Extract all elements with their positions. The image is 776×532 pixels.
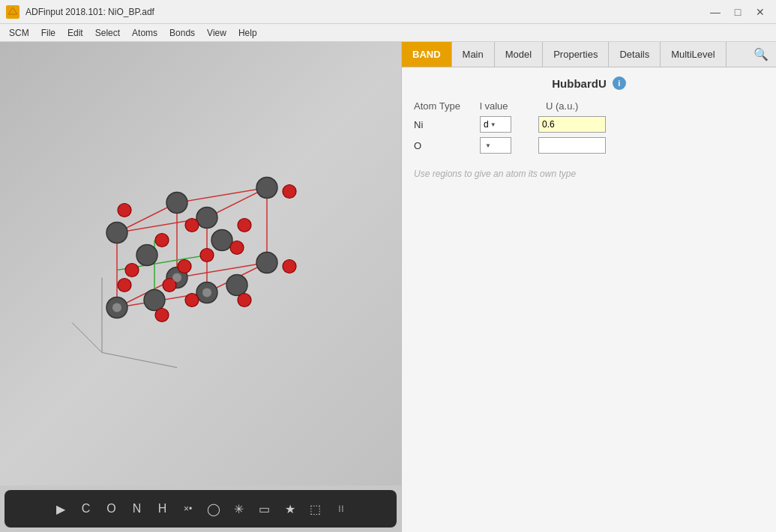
menubar: SCM File Edit Select Atoms Bonds View He… — [0, 24, 776, 42]
molecule-svg — [57, 143, 297, 383]
svg-point-33 — [185, 219, 199, 232]
svg-point-26 — [118, 279, 131, 292]
tool-rect[interactable]: ▭ — [253, 495, 277, 522]
menu-atoms[interactable]: Atoms — [126, 26, 163, 40]
svg-point-15 — [256, 253, 277, 273]
hint-text: Use regions to give an atom its own type — [414, 169, 764, 179]
svg-point-41 — [202, 288, 211, 297]
menu-bonds[interactable]: Bonds — [163, 26, 201, 40]
lvalue-value-ni: d — [484, 119, 489, 130]
header-atomtype: Atom Type — [414, 100, 474, 112]
right-panel: BAND Main Model Properties Details Multi… — [401, 42, 776, 532]
bottom-toolbar: ▶ C O N H ×• ◯ ✳ ▭ ★ ⬚ ⁞⁞ — [4, 490, 397, 528]
menu-select[interactable]: Select — [89, 26, 126, 40]
svg-point-24 — [155, 309, 169, 322]
svg-point-30 — [155, 234, 169, 247]
atom-label-ni: Ni — [414, 119, 474, 130]
window-controls: — □ ✕ — [706, 4, 770, 19]
u-input-ni[interactable] — [538, 116, 606, 133]
atom-label-o: O — [414, 140, 474, 151]
svg-marker-0 — [8, 7, 17, 14]
svg-point-32 — [118, 204, 131, 217]
svg-point-35 — [178, 260, 191, 273]
lvalue-dropdown-o[interactable]: ▼ — [480, 137, 511, 154]
tool-star[interactable]: ★ — [278, 495, 302, 522]
minimize-button[interactable]: — — [706, 4, 725, 19]
molecule-view — [57, 143, 297, 385]
tab-bar: BAND Main Model Properties Details Multi… — [402, 42, 776, 67]
tab-model[interactable]: Model — [495, 42, 543, 67]
svg-line-1 — [72, 323, 102, 353]
svg-point-39 — [230, 241, 244, 255]
maximize-button[interactable]: □ — [728, 4, 748, 19]
menu-file[interactable]: File — [35, 26, 61, 40]
tool-more[interactable]: ⁞⁞ — [329, 495, 353, 522]
window-title: ADFinput 2018.101: NiO_BP.adf — [25, 7, 706, 17]
menu-help[interactable]: Help — [232, 26, 263, 40]
svg-point-20 — [144, 290, 165, 311]
svg-point-22 — [136, 245, 157, 266]
close-button[interactable]: ✕ — [751, 4, 770, 19]
tool-crystal[interactable]: ✳ — [227, 495, 251, 522]
tab-main[interactable]: Main — [452, 42, 495, 67]
panel-title-row: HubbardU i — [414, 76, 764, 90]
svg-point-25 — [238, 294, 251, 307]
tool-carbon[interactable]: C — [74, 495, 98, 522]
tool-oxygen[interactable]: O — [100, 495, 124, 522]
svg-point-28 — [283, 260, 296, 273]
svg-line-2 — [102, 353, 177, 368]
app-icon — [6, 5, 19, 19]
svg-point-19 — [256, 178, 277, 199]
svg-point-21 — [226, 275, 247, 296]
svg-point-37 — [200, 249, 214, 262]
search-tab-button[interactable]: 🔍 — [746, 42, 776, 67]
svg-point-17 — [196, 208, 217, 229]
svg-point-16 — [106, 223, 127, 244]
table-row: O ▼ — [414, 137, 764, 154]
info-icon[interactable]: i — [613, 76, 626, 90]
svg-point-36 — [125, 264, 139, 277]
lvalue-select-o: ▼ — [480, 137, 532, 154]
dropdown-arrow-o: ▼ — [485, 142, 491, 149]
dropdown-arrow-ni: ▼ — [490, 121, 496, 128]
lvalue-select-ni: d ▼ — [480, 116, 532, 133]
tool-ring[interactable]: ◯ — [202, 495, 226, 522]
tool-cursor[interactable]: ▶ — [49, 495, 73, 522]
main-content: ▶ C O N H ×• ◯ ✳ ▭ ★ ⬚ ⁞⁞ BAND Main Mode… — [0, 42, 776, 532]
u-input-o[interactable] — [538, 137, 606, 154]
svg-point-31 — [238, 219, 251, 232]
header-u: U (a.u.) — [546, 100, 621, 112]
table-row: Ni d ▼ — [414, 116, 764, 133]
tab-multilevel[interactable]: MultiLevel — [661, 42, 727, 67]
titlebar: ADFinput 2018.101: NiO_BP.adf — □ ✕ — [0, 0, 776, 24]
tool-nitrogen[interactable]: N — [125, 495, 149, 522]
svg-point-27 — [185, 294, 199, 307]
panel-content: HubbardU i Atom Type l value U (a.u.) Ni… — [402, 67, 776, 532]
tool-cross-dot[interactable]: ×• — [176, 495, 200, 522]
3d-viewport[interactable] — [0, 42, 401, 486]
header-lvalue: l value — [480, 100, 540, 112]
svg-point-23 — [211, 230, 232, 251]
menu-view[interactable]: View — [201, 26, 232, 40]
left-panel: ▶ C O N H ×• ◯ ✳ ▭ ★ ⬚ ⁞⁞ — [0, 42, 401, 532]
panel-title-text: HubbardU — [552, 77, 607, 90]
svg-point-34 — [283, 185, 296, 199]
svg-point-40 — [112, 303, 121, 312]
tab-details[interactable]: Details — [609, 42, 661, 67]
menu-scm[interactable]: SCM — [3, 26, 35, 40]
lvalue-dropdown-ni[interactable]: d ▼ — [480, 116, 511, 133]
tab-properties[interactable]: Properties — [543, 42, 609, 67]
tool-box[interactable]: ⬚ — [304, 495, 328, 522]
table-header: Atom Type l value U (a.u.) — [414, 100, 764, 112]
svg-point-18 — [166, 193, 187, 214]
tool-hydrogen[interactable]: H — [151, 495, 175, 522]
tab-band[interactable]: BAND — [402, 42, 452, 67]
menu-edit[interactable]: Edit — [61, 26, 89, 40]
svg-point-42 — [172, 273, 181, 282]
